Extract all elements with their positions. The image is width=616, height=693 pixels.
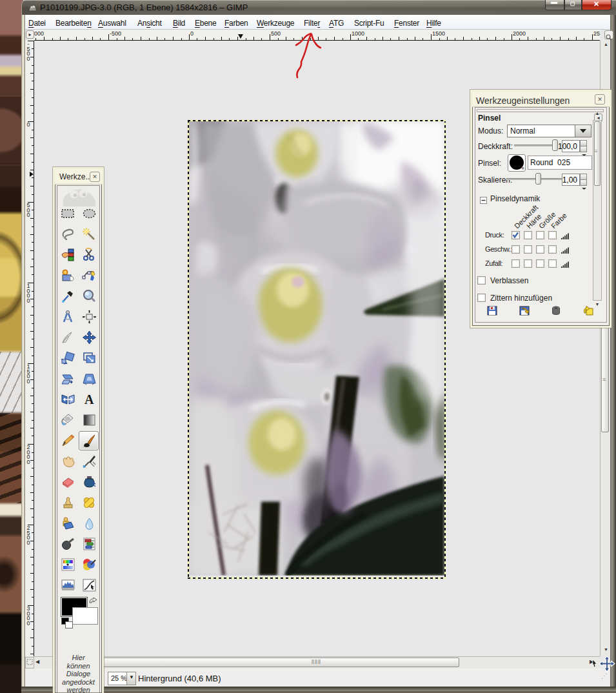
svg-text:A: A [84, 392, 94, 407]
